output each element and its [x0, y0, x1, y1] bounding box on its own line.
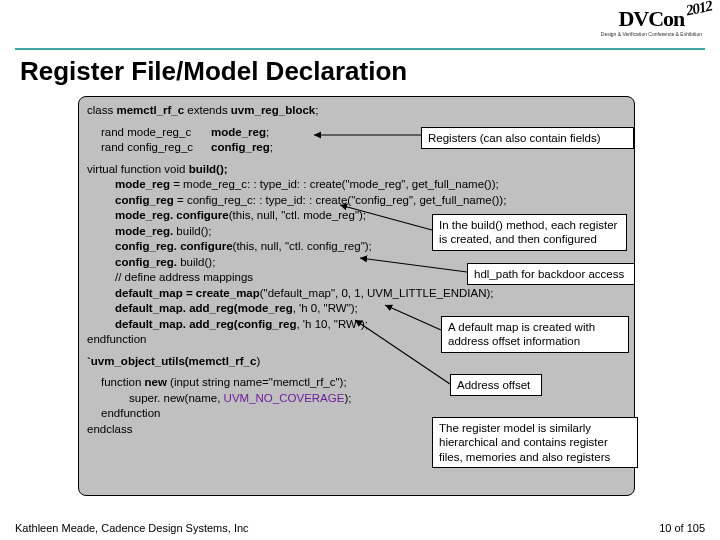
logo-text: DVCon 2012 — [618, 6, 684, 32]
code-line: endclass — [87, 423, 132, 435]
code-line: config_reg = config_reg_c: : type_id: : … — [87, 193, 626, 209]
code-line: `uvm_object_utils(memctl_rf_c) — [87, 355, 260, 367]
callout-defaultmap: A default map is created with address of… — [441, 316, 629, 353]
code-line: default_map. add_reg(mode_reg, 'h 0, "RW… — [87, 301, 626, 317]
slide-title: Register File/Model Declaration — [20, 56, 407, 87]
code-line: super. new(name, UVM_NO_COVERAGE); — [87, 391, 626, 407]
dvcon-logo: DVCon 2012 Design & Verification Confere… — [601, 6, 702, 37]
header-divider — [15, 48, 705, 50]
code-line: mode_reg = mode_reg_c: : type_id: : crea… — [87, 177, 626, 193]
callout-offset: Address offset — [450, 374, 542, 396]
callout-hierarchical: The register model is similarly hierarch… — [432, 417, 638, 468]
footer-author: Kathleen Meade, Cadence Design Systems, … — [15, 522, 249, 534]
footer-page: 10 of 105 — [659, 522, 705, 534]
code-line: virtual function void build(); — [87, 163, 228, 175]
logo-main-text: DVCon — [618, 6, 684, 31]
code-line: default_map = create_map("default_map", … — [87, 286, 626, 302]
code-line: class memctl_rf_c extends uvm_reg_block; — [87, 104, 318, 116]
callout-build: In the build() method, each register is … — [432, 214, 627, 251]
code-line: function new (input string name="memctl_… — [87, 375, 626, 391]
header: DVCon 2012 Design & Verification Confere… — [0, 0, 720, 50]
code-line: endfunction — [87, 333, 146, 345]
logo-year: 2012 — [685, 0, 714, 20]
callout-hdlpath: hdl_path for backdoor access — [467, 263, 635, 285]
callout-registers: Registers (can also contain fields) — [421, 127, 634, 149]
